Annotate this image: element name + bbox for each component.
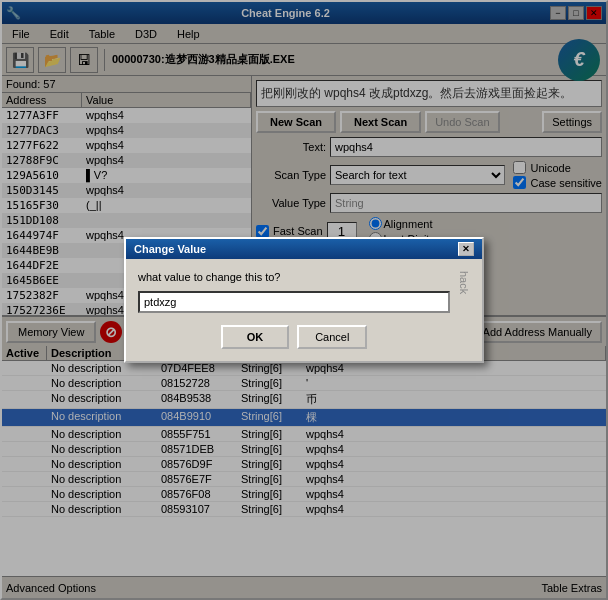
modal-input[interactable] [138, 291, 450, 313]
change-value-dialog: Change Value ✕ what value to change this… [124, 237, 484, 363]
modal-question: what value to change this to? [138, 271, 450, 283]
modal-title-bar: Change Value ✕ [126, 239, 482, 259]
modal-close-button[interactable]: ✕ [458, 242, 474, 256]
app-window: 🔧 Cheat Engine 6.2 − □ ✕ File Edit Table… [0, 0, 608, 600]
modal-overlay: Change Value ✕ what value to change this… [0, 0, 608, 600]
modal-title-text: Change Value [134, 243, 206, 255]
modal-cancel-button[interactable]: Cancel [297, 325, 367, 349]
modal-side-text: hack [458, 271, 470, 294]
modal-buttons: OK Cancel [138, 325, 450, 349]
modal-ok-button[interactable]: OK [221, 325, 290, 349]
modal-body: what value to change this to? OK Cancel … [126, 259, 482, 361]
